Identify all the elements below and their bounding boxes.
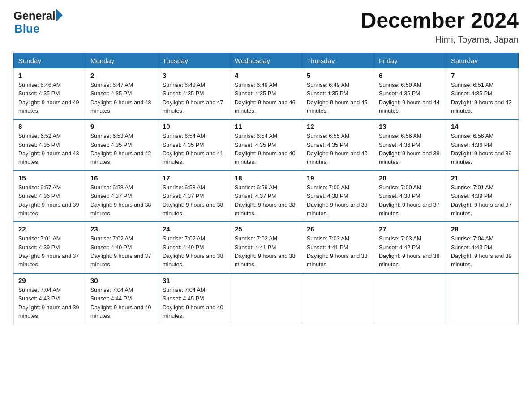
- calendar-cell: 1Sunrise: 6:46 AMSunset: 4:35 PMDaylight…: [14, 68, 86, 119]
- day-info: Sunrise: 6:58 AMSunset: 4:37 PMDaylight:…: [163, 184, 225, 218]
- calendar-week-row: 8Sunrise: 6:52 AMSunset: 4:35 PMDaylight…: [14, 119, 519, 171]
- calendar-cell: 2Sunrise: 6:47 AMSunset: 4:35 PMDaylight…: [86, 68, 158, 119]
- month-title: December 2024: [361, 9, 519, 33]
- day-info: Sunrise: 6:54 AMSunset: 4:35 PMDaylight:…: [163, 132, 225, 167]
- day-number: 6: [379, 72, 442, 79]
- calendar-cell: 20Sunrise: 7:00 AMSunset: 4:38 PMDayligh…: [374, 171, 446, 222]
- calendar-cell: [230, 273, 302, 324]
- day-number: 21: [451, 174, 514, 182]
- day-info: Sunrise: 6:50 AMSunset: 4:35 PMDaylight:…: [379, 81, 442, 116]
- day-info: Sunrise: 7:03 AMSunset: 4:41 PMDaylight:…: [307, 235, 369, 270]
- day-number: 31: [163, 277, 225, 284]
- day-number: 23: [90, 225, 153, 233]
- day-number: 1: [18, 72, 81, 79]
- day-info: Sunrise: 6:47 AMSunset: 4:35 PMDaylight:…: [90, 81, 153, 116]
- day-info: Sunrise: 7:03 AMSunset: 4:42 PMDaylight:…: [379, 235, 442, 270]
- calendar-cell: 17Sunrise: 6:58 AMSunset: 4:37 PMDayligh…: [158, 171, 230, 222]
- day-number: 8: [18, 123, 81, 130]
- day-number: 3: [163, 72, 225, 79]
- day-info: Sunrise: 7:04 AMSunset: 4:45 PMDaylight:…: [163, 286, 225, 321]
- day-number: 29: [18, 277, 81, 284]
- day-info: Sunrise: 7:02 AMSunset: 4:40 PMDaylight:…: [163, 235, 225, 270]
- day-info: Sunrise: 6:48 AMSunset: 4:35 PMDaylight:…: [163, 81, 225, 116]
- calendar-cell: 15Sunrise: 6:57 AMSunset: 4:36 PMDayligh…: [14, 171, 86, 222]
- day-number: 9: [90, 123, 153, 130]
- calendar-cell: 30Sunrise: 7:04 AMSunset: 4:44 PMDayligh…: [86, 273, 158, 324]
- day-info: Sunrise: 7:04 AMSunset: 4:43 PMDaylight:…: [451, 235, 514, 270]
- calendar-cell: 6Sunrise: 6:50 AMSunset: 4:35 PMDaylight…: [374, 68, 446, 119]
- calendar-cell: 5Sunrise: 6:49 AMSunset: 4:35 PMDaylight…: [302, 68, 374, 119]
- day-info: Sunrise: 6:51 AMSunset: 4:35 PMDaylight:…: [451, 81, 514, 116]
- header-saturday: Saturday: [446, 53, 519, 68]
- logo-triangle-icon: [56, 9, 63, 21]
- day-number: 22: [18, 225, 81, 233]
- day-number: 27: [379, 225, 442, 233]
- calendar-week-row: 15Sunrise: 6:57 AMSunset: 4:36 PMDayligh…: [14, 171, 519, 222]
- day-number: 30: [90, 277, 153, 284]
- day-info: Sunrise: 6:54 AMSunset: 4:35 PMDaylight:…: [235, 132, 297, 167]
- calendar-cell: 9Sunrise: 6:53 AMSunset: 4:35 PMDaylight…: [86, 119, 158, 171]
- day-number: 2: [90, 72, 153, 79]
- calendar-cell: 27Sunrise: 7:03 AMSunset: 4:42 PMDayligh…: [374, 222, 446, 273]
- calendar-cell: [302, 273, 374, 324]
- header-sunday: Sunday: [14, 53, 86, 68]
- day-info: Sunrise: 6:57 AMSunset: 4:36 PMDaylight:…: [18, 184, 81, 218]
- logo-blue-text: Blue: [14, 22, 39, 36]
- header-thursday: Thursday: [302, 53, 374, 68]
- day-number: 20: [379, 174, 442, 182]
- day-number: 11: [235, 123, 297, 130]
- calendar-cell: 19Sunrise: 7:00 AMSunset: 4:38 PMDayligh…: [302, 171, 374, 222]
- calendar-cell: 29Sunrise: 7:04 AMSunset: 4:43 PMDayligh…: [14, 273, 86, 324]
- calendar-cell: 24Sunrise: 7:02 AMSunset: 4:40 PMDayligh…: [158, 222, 230, 273]
- calendar-cell: [374, 273, 446, 324]
- calendar-cell: [446, 273, 519, 324]
- calendar-week-row: 1Sunrise: 6:46 AMSunset: 4:35 PMDaylight…: [14, 68, 519, 119]
- day-info: Sunrise: 7:00 AMSunset: 4:38 PMDaylight:…: [379, 184, 442, 218]
- calendar-cell: 18Sunrise: 6:59 AMSunset: 4:37 PMDayligh…: [230, 171, 302, 222]
- calendar-cell: 8Sunrise: 6:52 AMSunset: 4:35 PMDaylight…: [14, 119, 86, 171]
- day-number: 10: [163, 123, 225, 130]
- day-info: Sunrise: 6:56 AMSunset: 4:36 PMDaylight:…: [451, 132, 514, 167]
- day-info: Sunrise: 6:46 AMSunset: 4:35 PMDaylight:…: [18, 81, 81, 116]
- day-info: Sunrise: 6:49 AMSunset: 4:35 PMDaylight:…: [235, 81, 297, 116]
- day-info: Sunrise: 7:01 AMSunset: 4:39 PMDaylight:…: [18, 235, 81, 270]
- calendar-week-row: 29Sunrise: 7:04 AMSunset: 4:43 PMDayligh…: [14, 273, 519, 324]
- day-info: Sunrise: 7:02 AMSunset: 4:40 PMDaylight:…: [90, 235, 153, 270]
- day-number: 17: [163, 174, 225, 182]
- day-info: Sunrise: 7:00 AMSunset: 4:38 PMDaylight:…: [307, 184, 369, 218]
- day-number: 5: [307, 72, 369, 79]
- calendar-cell: 26Sunrise: 7:03 AMSunset: 4:41 PMDayligh…: [302, 222, 374, 273]
- day-number: 16: [90, 174, 153, 182]
- day-number: 25: [235, 225, 297, 233]
- day-info: Sunrise: 6:52 AMSunset: 4:35 PMDaylight:…: [18, 132, 81, 167]
- calendar-cell: 21Sunrise: 7:01 AMSunset: 4:39 PMDayligh…: [446, 171, 519, 222]
- day-number: 28: [451, 225, 514, 233]
- calendar-header-row: SundayMondayTuesdayWednesdayThursdayFrid…: [14, 53, 519, 68]
- day-number: 15: [18, 174, 81, 182]
- day-info: Sunrise: 7:04 AMSunset: 4:44 PMDaylight:…: [90, 286, 153, 321]
- day-number: 19: [307, 174, 369, 182]
- day-info: Sunrise: 6:55 AMSunset: 4:35 PMDaylight:…: [307, 132, 369, 167]
- day-number: 7: [451, 72, 514, 79]
- day-info: Sunrise: 7:04 AMSunset: 4:43 PMDaylight:…: [18, 286, 81, 321]
- day-info: Sunrise: 6:53 AMSunset: 4:35 PMDaylight:…: [90, 132, 153, 167]
- day-number: 13: [379, 123, 442, 130]
- day-number: 14: [451, 123, 514, 130]
- calendar-cell: 3Sunrise: 6:48 AMSunset: 4:35 PMDaylight…: [158, 68, 230, 119]
- calendar-cell: 23Sunrise: 7:02 AMSunset: 4:40 PMDayligh…: [86, 222, 158, 273]
- logo: General Blue: [13, 9, 63, 36]
- header-tuesday: Tuesday: [158, 53, 230, 68]
- day-info: Sunrise: 7:02 AMSunset: 4:41 PMDaylight:…: [235, 235, 297, 270]
- calendar-cell: 28Sunrise: 7:04 AMSunset: 4:43 PMDayligh…: [446, 222, 519, 273]
- calendar-cell: 10Sunrise: 6:54 AMSunset: 4:35 PMDayligh…: [158, 119, 230, 171]
- calendar-cell: 14Sunrise: 6:56 AMSunset: 4:36 PMDayligh…: [446, 119, 519, 171]
- calendar-cell: 4Sunrise: 6:49 AMSunset: 4:35 PMDaylight…: [230, 68, 302, 119]
- calendar-cell: 7Sunrise: 6:51 AMSunset: 4:35 PMDaylight…: [446, 68, 519, 119]
- day-number: 4: [235, 72, 297, 79]
- day-number: 26: [307, 225, 369, 233]
- calendar-cell: 13Sunrise: 6:56 AMSunset: 4:36 PMDayligh…: [374, 119, 446, 171]
- calendar-cell: 12Sunrise: 6:55 AMSunset: 4:35 PMDayligh…: [302, 119, 374, 171]
- day-info: Sunrise: 6:49 AMSunset: 4:35 PMDaylight:…: [307, 81, 369, 116]
- calendar-table: SundayMondayTuesdayWednesdayThursdayFrid…: [13, 53, 519, 325]
- day-info: Sunrise: 6:56 AMSunset: 4:36 PMDaylight:…: [379, 132, 442, 167]
